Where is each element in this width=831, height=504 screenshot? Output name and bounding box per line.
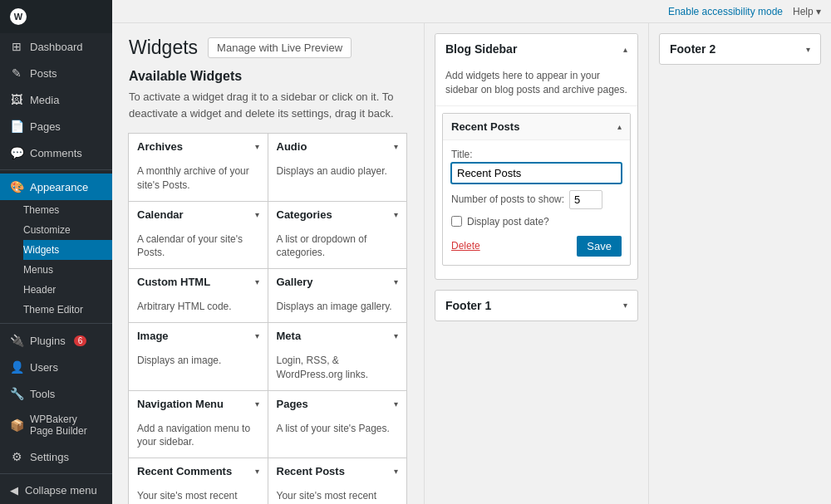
inner-widget-header[interactable]: Recent Posts ▴ bbox=[443, 114, 630, 140]
sidebar-sub-menus[interactable]: Menus bbox=[23, 260, 112, 280]
dashboard-icon: ⊞ bbox=[10, 40, 23, 53]
sidebar-item-media[interactable]: 🖼 Media bbox=[0, 86, 112, 113]
posts-count-input[interactable] bbox=[569, 190, 602, 209]
widget-audio-header[interactable]: Audio ▾ bbox=[268, 134, 407, 159]
settings-icon: ⚙ bbox=[10, 450, 23, 463]
header-label: Header bbox=[23, 284, 56, 296]
manage-preview-button[interactable]: Manage with Live Preview bbox=[208, 37, 352, 58]
available-widgets-title: Available Widgets bbox=[129, 69, 407, 84]
sidebar-item-wpbakery[interactable]: 📦 WPBakery Page Builder bbox=[0, 407, 112, 443]
widget-categories-header[interactable]: Categories ▾ bbox=[268, 202, 407, 228]
widget-recent-comments[interactable]: Recent Comments ▾ Your site's most recen… bbox=[128, 458, 268, 504]
widget-recent-comments-title: Recent Comments bbox=[137, 465, 232, 477]
sidebar-item-plugins[interactable]: 🔌 Plugins 6 bbox=[0, 327, 112, 354]
sidebar-item-tools[interactable]: 🔧 Tools bbox=[0, 380, 112, 407]
blog-sidebar-header[interactable]: Blog Sidebar ▴ bbox=[435, 34, 637, 64]
widget-custom-html-title: Custom HTML bbox=[137, 276, 210, 288]
sidebar-item-pages[interactable]: 📄 Pages bbox=[0, 113, 112, 139]
widget-archives-header[interactable]: Archives ▾ bbox=[129, 134, 268, 159]
admin-sidebar: W ⊞ Dashboard ✎ Posts 🖼 Media 📄 Pages 💬 … bbox=[0, 0, 112, 504]
sidebar-item-posts[interactable]: ✎ Posts bbox=[0, 60, 112, 86]
chevron-down-icon: ▾ bbox=[623, 301, 627, 310]
widget-meta-header[interactable]: Meta ▾ bbox=[268, 323, 407, 349]
footer1-area: Footer 1 ▾ bbox=[435, 290, 638, 321]
sidebar-item-comments[interactable]: 💬 Comments bbox=[0, 139, 112, 166]
widget-audio[interactable]: Audio ▾ Displays an audio player. bbox=[268, 133, 408, 202]
page-title: Widgets bbox=[129, 37, 198, 59]
widget-recent-posts[interactable]: Recent Posts ▾ Your site's most recent P… bbox=[268, 458, 408, 504]
sidebar-item-label: Pages bbox=[30, 120, 61, 133]
widget-recent-posts-title: Recent Posts bbox=[277, 465, 345, 477]
inner-widget-title: Recent Posts bbox=[451, 120, 519, 133]
title-field-input[interactable] bbox=[451, 163, 622, 183]
inner-widget-body: Title: Number of posts to show: Display … bbox=[443, 140, 630, 265]
sidebar-item-appearance[interactable]: 🎨 Appearance bbox=[0, 174, 112, 200]
sidebar-logo: W bbox=[0, 0, 112, 33]
collapse-menu-button[interactable]: ◀ Collapse menu bbox=[0, 477, 112, 503]
help-button[interactable]: Help ▾ bbox=[793, 6, 821, 17]
menus-label: Menus bbox=[23, 264, 53, 276]
sidebar-item-label: Dashboard bbox=[30, 41, 83, 53]
sidebar-sub-customize[interactable]: Customize bbox=[23, 220, 112, 240]
main-content: Enable accessibility mode Help ▾ Widgets… bbox=[112, 0, 831, 504]
chevron-down-icon: ▾ bbox=[255, 142, 259, 151]
widget-gallery-header[interactable]: Gallery ▾ bbox=[268, 269, 407, 295]
widget-pages[interactable]: Pages ▾ A list of your site's Pages. bbox=[268, 390, 408, 459]
chevron-down-icon: ▾ bbox=[255, 277, 259, 286]
widget-nav-menu-header[interactable]: Navigation Menu ▾ bbox=[129, 391, 268, 417]
widget-custom-html-header[interactable]: Custom HTML ▾ bbox=[129, 269, 268, 295]
footer2-panel: Footer 2 ▾ bbox=[648, 23, 831, 504]
footer2-header[interactable]: Footer 2 ▾ bbox=[660, 34, 820, 64]
sidebar-sub-themes[interactable]: Themes bbox=[23, 200, 112, 220]
tools-icon: 🔧 bbox=[10, 387, 23, 400]
sidebar-item-users[interactable]: 👤 Users bbox=[0, 354, 112, 380]
posts-count-label: Number of posts to show: bbox=[451, 193, 564, 205]
widget-recent-comments-header[interactable]: Recent Comments ▾ bbox=[129, 458, 268, 484]
footer1-header[interactable]: Footer 1 ▾ bbox=[435, 291, 637, 321]
widget-categories-title: Categories bbox=[277, 208, 332, 221]
sidebar-item-label: Users bbox=[30, 361, 58, 374]
display-date-checkbox[interactable] bbox=[451, 216, 462, 227]
collapse-icon: ◀ bbox=[10, 484, 18, 497]
wp-logo-icon: W bbox=[10, 8, 27, 25]
widget-archives[interactable]: Archives ▾ A monthly archive of your sit… bbox=[128, 133, 268, 202]
widget-recent-comments-desc: Your site's most recent comments. bbox=[129, 484, 268, 504]
sidebar-sub-header[interactable]: Header bbox=[23, 280, 112, 300]
widget-image[interactable]: Image ▾ Displays an image. bbox=[128, 322, 268, 391]
widget-recent-posts-desc: Your site's most recent Posts. bbox=[268, 484, 407, 504]
chevron-down-icon: ▾ bbox=[394, 142, 398, 151]
widget-calendar-desc: A calendar of your site's Posts. bbox=[129, 228, 268, 269]
chevron-down-icon: ▾ bbox=[394, 399, 398, 409]
widget-audio-desc: Displays an audio player. bbox=[268, 159, 407, 187]
widget-custom-html[interactable]: Custom HTML ▾ Arbitrary HTML code. bbox=[128, 268, 268, 323]
chevron-down-icon: ▾ bbox=[255, 467, 259, 476]
sidebar-sub-widgets[interactable]: Widgets bbox=[23, 240, 112, 260]
widget-gallery[interactable]: Gallery ▾ Displays an image gallery. bbox=[268, 268, 408, 323]
chevron-down-icon: ▾ bbox=[394, 467, 398, 476]
widget-calendar[interactable]: Calendar ▾ A calendar of your site's Pos… bbox=[128, 201, 268, 270]
widget-meta-title: Meta bbox=[277, 330, 302, 342]
sidebar-item-label: Comments bbox=[30, 147, 82, 159]
widget-image-header[interactable]: Image ▾ bbox=[129, 323, 268, 349]
sidebar-item-dashboard[interactable]: ⊞ Dashboard bbox=[0, 33, 112, 60]
sidebar-item-settings[interactable]: ⚙ Settings bbox=[0, 443, 112, 470]
widget-pages-header[interactable]: Pages ▾ bbox=[268, 391, 407, 417]
pages-icon: 📄 bbox=[10, 120, 23, 133]
widget-meta[interactable]: Meta ▾ Login, RSS, & WordPress.org links… bbox=[268, 322, 408, 391]
sidebar-item-label: Tools bbox=[30, 388, 55, 400]
chevron-down-icon: ▾ bbox=[255, 399, 259, 409]
accessibility-link[interactable]: Enable accessibility mode bbox=[668, 6, 783, 17]
widget-nav-menu[interactable]: Navigation Menu ▾ Add a navigation menu … bbox=[128, 390, 268, 459]
save-widget-button[interactable]: Save bbox=[577, 236, 622, 257]
plugins-icon: 🔌 bbox=[10, 334, 23, 347]
widget-categories[interactable]: Categories ▾ A list or dropdown of categ… bbox=[268, 201, 408, 270]
widget-recent-posts-header[interactable]: Recent Posts ▾ bbox=[268, 458, 407, 484]
sidebar-sub-theme-editor[interactable]: Theme Editor bbox=[23, 300, 112, 320]
widget-calendar-header[interactable]: Calendar ▾ bbox=[129, 202, 268, 228]
widget-categories-desc: A list or dropdown of categories. bbox=[268, 228, 407, 269]
widget-nav-menu-title: Navigation Menu bbox=[137, 398, 224, 410]
widgets-label: Widgets bbox=[23, 244, 59, 256]
chevron-down-icon: ▾ bbox=[394, 331, 398, 340]
sidebar-item-label: Plugins bbox=[30, 335, 66, 347]
delete-widget-link[interactable]: Delete bbox=[451, 240, 480, 252]
